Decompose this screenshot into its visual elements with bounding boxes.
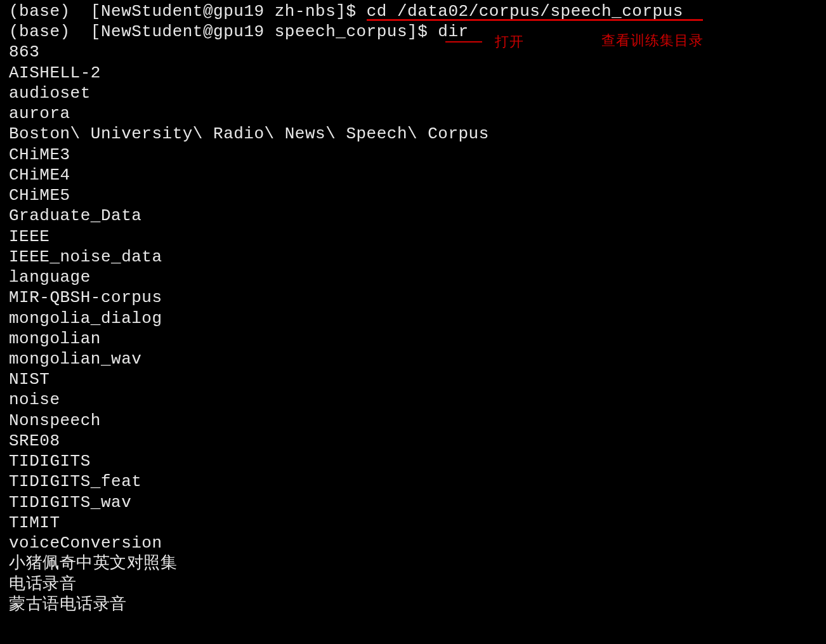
listing-item: IEEE_noise_data bbox=[9, 247, 817, 267]
listing-item: mongolian bbox=[9, 329, 817, 349]
underline-annotation-2 bbox=[445, 41, 482, 43]
listing-item: audioset bbox=[9, 83, 817, 103]
directory-listing: 863AISHELL-2audiosetauroraBoston\ Univer… bbox=[9, 42, 817, 615]
listing-item: Graduate_Data bbox=[9, 206, 817, 226]
listing-item: MIR-QBSH-corpus bbox=[9, 287, 817, 308]
listing-item: NIST bbox=[9, 369, 817, 390]
listing-item: Boston\ University\ Radio\ News\ Speech\… bbox=[9, 124, 817, 144]
underline-annotation-1 bbox=[367, 19, 703, 21]
listing-item: TIDIGITS_feat bbox=[9, 471, 817, 492]
listing-item: SRE08 bbox=[9, 431, 817, 451]
listing-item: TIDIGITS_wav bbox=[9, 492, 817, 513]
listing-item: mongolia_dialog bbox=[9, 308, 817, 329]
listing-item: TIMIT bbox=[9, 513, 817, 533]
prompt-userhost: [NewStudent@gpu19 speech_corpus]$ bbox=[91, 22, 428, 41]
listing-item: TIDIGITS bbox=[9, 451, 817, 471]
command-dir[interactable]: dir bbox=[438, 22, 468, 41]
listing-item: aurora bbox=[9, 103, 817, 124]
listing-item: language bbox=[9, 267, 817, 287]
listing-item: CHiME3 bbox=[9, 145, 817, 165]
listing-item: Nonspeech bbox=[9, 411, 817, 431]
listing-item: CHiME4 bbox=[9, 165, 817, 185]
command-cd[interactable]: cd /data02/corpus/speech_corpus bbox=[367, 2, 683, 21]
listing-item: mongolian_wav bbox=[9, 349, 817, 369]
listing-item: noise bbox=[9, 390, 817, 410]
listing-item: IEEE bbox=[9, 227, 817, 247]
listing-item: 蒙古语电话录音 bbox=[9, 595, 817, 615]
env-indicator: (base) bbox=[9, 2, 70, 21]
listing-item: 小猪佩奇中英文对照集 bbox=[9, 553, 817, 574]
env-indicator: (base) bbox=[9, 22, 70, 41]
listing-item: CHiME5 bbox=[9, 185, 817, 206]
listing-item: voiceConversion bbox=[9, 533, 817, 553]
annotation-open: 打开 bbox=[495, 33, 524, 50]
listing-item: 电话录音 bbox=[9, 574, 817, 595]
annotation-viewdir: 查看训练集目录 bbox=[601, 32, 704, 49]
prompt-userhost: [NewStudent@gpu19 zh-nbs]$ bbox=[91, 2, 357, 21]
listing-item: AISHELL-2 bbox=[9, 63, 817, 83]
